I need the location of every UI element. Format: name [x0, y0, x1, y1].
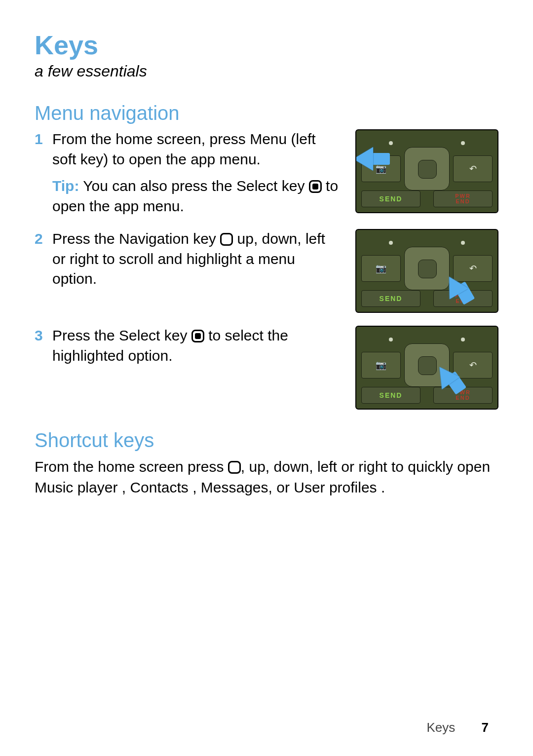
heading-shortcut-keys: Shortcut keys — [35, 429, 498, 452]
dpad-icon — [404, 147, 450, 190]
camera-icon: 📷 — [361, 255, 401, 282]
step-3: Press the Select key to select the highl… — [35, 326, 498, 410]
step-2-text-a: Press the Navigation key — [52, 230, 220, 247]
send-key-label: SEND — [380, 294, 403, 303]
sep: , or — [268, 479, 294, 495]
end-key-label: PWREND — [455, 193, 471, 204]
page-title: Keys — [35, 30, 498, 60]
heading-menu-navigation: Menu navigation — [35, 102, 498, 124]
send-key-label: SEND — [380, 194, 403, 204]
select-key-icon — [191, 330, 204, 342]
footer-page-number: 7 — [482, 720, 489, 735]
step-1: From the home screen, press Menu (left s… — [35, 129, 498, 216]
shortcut-app-profiles: User profiles — [294, 479, 377, 495]
shortcut-text-a: From the home screen press — [35, 458, 228, 475]
shortcut-app-messages: Messages — [201, 479, 268, 495]
shortcut-text-b: , up, down, left or right to quickly ope… — [241, 458, 490, 475]
shortcut-app-contacts: Contacts — [130, 479, 188, 495]
tip-label: Tip: — [52, 178, 79, 194]
back-icon: ↶ — [453, 155, 493, 182]
navigation-key-icon — [228, 461, 241, 474]
pointer-arrow-icon — [355, 147, 373, 171]
step-1-menu-label: Menu — [250, 131, 287, 147]
steps-list: From the home screen, press Menu (left s… — [35, 129, 498, 410]
footer-section: Keys — [426, 720, 455, 735]
step-2: Press the Navigation key up, down, left … — [35, 229, 498, 313]
keypad-illustration-3: 📷 ↶ SEND PWREND — [355, 326, 498, 410]
keypad-illustration-2: 📷 ↶ SEND PWREND — [355, 229, 498, 313]
shortcut-paragraph: From the home screen press , up, down, l… — [35, 456, 498, 498]
keypad-illustration-1: 📷 ↶ SEND PWREND — [355, 129, 498, 213]
sep: , — [189, 479, 201, 495]
select-key-icon — [309, 180, 322, 193]
step-3-text-a: Press the Select key — [52, 327, 191, 343]
navigation-key-icon — [220, 233, 233, 246]
back-icon: ↶ — [453, 352, 493, 378]
shortcut-app-music: Music player — [35, 479, 117, 495]
page-footer: Keys 7 — [0, 720, 489, 735]
send-key-label: SEND — [380, 391, 403, 400]
tip-text-a: You can also press the Select key — [79, 178, 308, 194]
sep: , — [117, 479, 130, 495]
camera-icon: 📷 — [361, 352, 401, 378]
page-subtitle: a few essentials — [35, 62, 498, 80]
step-1-text-a: From the home screen, press — [52, 131, 250, 147]
sep: . — [377, 479, 385, 495]
